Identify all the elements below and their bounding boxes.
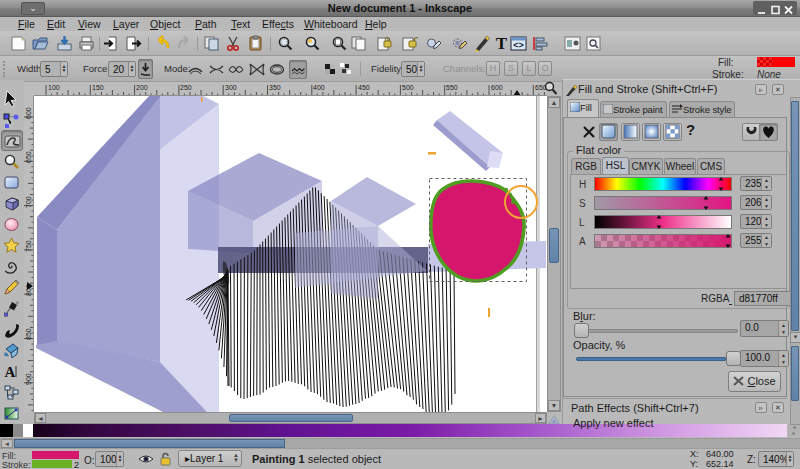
svg-text:750: 750	[25, 240, 32, 252]
svg-text:850: 850	[25, 328, 32, 340]
svg-text:100: 100	[48, 84, 60, 91]
svg-text:T: T	[496, 35, 508, 52]
svg-text:250: 250	[180, 84, 192, 91]
svg-text:150: 150	[92, 84, 104, 91]
svg-text:300: 300	[225, 84, 237, 91]
svg-text:400: 400	[313, 84, 325, 91]
svg-text:650: 650	[25, 151, 32, 163]
svg-text:550: 550	[446, 84, 458, 91]
svg-text:200: 200	[136, 84, 148, 91]
svg-text:<>: <>	[513, 40, 524, 50]
svg-text:600: 600	[491, 84, 503, 91]
svg-text:450: 450	[358, 84, 370, 91]
svg-text:600: 600	[25, 107, 32, 119]
svg-text:A: A	[5, 364, 16, 380]
svg-text:500: 500	[402, 84, 414, 91]
svg-text:350: 350	[269, 84, 281, 91]
svg-text:900: 900	[25, 373, 32, 385]
svg-text:700: 700	[25, 196, 32, 208]
